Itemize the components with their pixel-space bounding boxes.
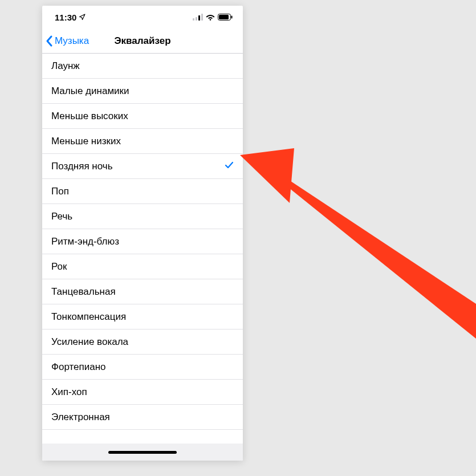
list-item[interactable]: Речь <box>42 204 243 229</box>
wifi-icon <box>206 14 215 21</box>
chevron-left-icon <box>46 35 54 47</box>
checkmark-icon <box>225 161 234 172</box>
list-item[interactable]: Лаунж <box>42 54 243 79</box>
location-icon <box>79 14 86 21</box>
battery-icon <box>218 14 233 21</box>
svg-point-4 <box>210 19 211 21</box>
list-item-label: Рок <box>51 261 67 272</box>
equalizer-list: Лаунж Малые динамики Меньше высоких Мень… <box>42 54 243 444</box>
list-item[interactable]: Фортепиано <box>42 355 243 380</box>
list-item-label: Речь <box>51 211 72 222</box>
svg-rect-2 <box>198 15 200 21</box>
list-item[interactable]: Меньше низких <box>42 129 243 154</box>
list-item-label: Электронная <box>51 412 110 423</box>
list-item-label: Меньше высоких <box>51 111 128 122</box>
svg-rect-6 <box>219 15 229 19</box>
list-item[interactable]: Поп <box>42 179 243 204</box>
home-indicator[interactable] <box>108 451 177 454</box>
svg-rect-7 <box>231 16 233 19</box>
list-item-label: Фортепиано <box>51 361 106 373</box>
svg-marker-9 <box>240 148 294 203</box>
nav-header: Музыка Эквалайзер <box>42 29 243 54</box>
list-item-label: Малые динамики <box>51 86 129 97</box>
list-item-label: Усиление вокала <box>51 336 128 348</box>
list-item-label: Поп <box>51 186 69 197</box>
list-item[interactable]: Усиление вокала <box>42 329 243 355</box>
list-item-label: Лаунж <box>51 60 80 72</box>
list-item-label: Танцевальная <box>51 286 116 298</box>
home-indicator-area <box>42 444 243 461</box>
svg-rect-3 <box>201 14 203 21</box>
back-label: Музыка <box>55 35 89 47</box>
list-item-label: Меньше низких <box>51 136 121 147</box>
list-item-label: Поздняя ночь <box>51 161 113 172</box>
list-item[interactable]: Рок <box>42 254 243 279</box>
list-item[interactable]: Ритм-энд-блюз <box>42 229 243 254</box>
list-item[interactable]: Малые динамики <box>42 79 243 104</box>
list-item-label: Тонкомпенсация <box>51 311 126 323</box>
list-item[interactable]: Меньше высоких <box>42 104 243 129</box>
list-item[interactable]: Электронная <box>42 405 243 430</box>
status-bar: 11:30 <box>42 6 243 29</box>
svg-marker-8 <box>267 165 476 339</box>
status-time: 11:30 <box>55 13 76 22</box>
back-button[interactable]: Музыка <box>42 35 89 47</box>
phone-frame: 11:30 Музыка <box>42 6 243 461</box>
list-item[interactable]: Тонкомпенсация <box>42 304 243 329</box>
list-item-label: Ритм-энд-блюз <box>51 236 119 247</box>
list-item[interactable]: Хип-хоп <box>42 380 243 405</box>
status-right <box>193 14 233 21</box>
page-title: Эквалайзер <box>114 35 170 47</box>
svg-rect-0 <box>193 18 194 21</box>
status-left: 11:30 <box>55 13 86 22</box>
list-item-selected[interactable]: Поздняя ночь <box>42 154 243 179</box>
list-item[interactable]: Танцевальная <box>42 279 243 304</box>
svg-rect-1 <box>196 17 197 21</box>
list-item-label: Хип-хоп <box>51 387 87 398</box>
cellular-icon <box>193 14 203 21</box>
